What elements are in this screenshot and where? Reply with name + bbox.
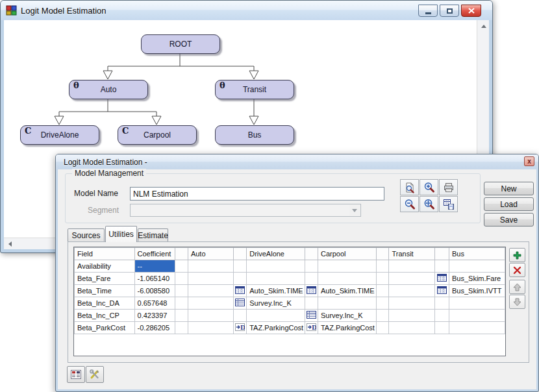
mode-value-cell[interactable] [318,297,376,310]
mode-value-cell[interactable] [247,273,305,285]
mode-value-cell[interactable]: TAZ.ParkingCost [247,322,305,334]
tab-estimate[interactable]: Estimate [138,228,168,242]
mode-value-cell[interactable] [389,285,435,297]
model-name-input[interactable] [130,187,384,201]
print-button[interactable] [439,179,458,195]
load-button[interactable]: Load [484,197,534,211]
icon-cell[interactable] [376,310,389,322]
icon-cell[interactable] [175,285,188,297]
mode-value-cell[interactable] [389,260,435,273]
mode-value-cell[interactable] [389,273,435,285]
move-up-button[interactable] [509,280,525,294]
tree-node-carpool[interactable]: C Carpool [118,125,197,145]
mode-value-cell[interactable] [188,297,233,310]
mode-value-cell[interactable] [188,273,233,285]
mode-value-cell[interactable] [318,273,376,285]
save-button[interactable]: Save [484,213,534,227]
mode-value-cell[interactable]: Auto_Skim.TIME [318,285,376,297]
icon-cell[interactable] [234,273,247,285]
field-cell[interactable]: Beta_Time [75,285,135,297]
dataview-icon[interactable]: D [305,322,318,334]
icon-cell[interactable] [376,322,389,334]
field-cell[interactable]: Beta_Fare [75,273,135,285]
mode-value-cell[interactable] [449,260,505,273]
mode-value-cell[interactable]: TAZ.ParkingCost [318,322,376,334]
field-cell[interactable]: Beta_Inc_CP [75,310,135,322]
icon-cell[interactable] [175,322,188,334]
tree-window-titlebar[interactable]: Logit Model Estimation [1,1,492,20]
mode-value-cell[interactable]: Survey.Inc_K [318,310,376,322]
tree-node-auto[interactable]: θ Auto [69,80,148,99]
icon-cell[interactable] [175,297,188,310]
dialog-close-button[interactable]: x [524,156,534,166]
zoom-extents-button[interactable] [420,196,438,212]
save-matrix-button[interactable] [439,196,458,212]
coefficient-cell[interactable]: -- [134,260,175,273]
mode-value-cell[interactable]: Bus_Skim.Fare [449,273,505,285]
coefficient-cell[interactable]: 0.423397 [134,310,175,322]
icon-cell[interactable] [175,273,188,285]
new-button[interactable]: New [484,182,534,195]
icon-cell[interactable] [435,297,449,310]
mode-value-cell[interactable] [449,322,505,334]
mode-value-cell[interactable] [188,322,233,334]
close-button[interactable] [461,5,481,17]
icon-cell[interactable] [376,260,389,273]
mode-value-cell[interactable] [389,322,435,334]
tab-utilities[interactable]: Utilities [105,226,137,242]
matrix-icon[interactable] [435,273,449,285]
tree-node-transit[interactable]: θ Transit [215,80,294,99]
scroll-up-button[interactable] [478,21,489,32]
icon-cell[interactable] [234,260,247,273]
add-row-button[interactable] [509,248,525,262]
table-icon[interactable] [234,297,247,310]
coefficient-cell[interactable]: -0.286205 [134,322,175,334]
dataview-icon[interactable]: D [234,322,247,334]
coefficient-cell[interactable]: -1.065140 [134,273,175,285]
field-cell[interactable]: Availability [75,260,135,273]
icon-cell[interactable] [376,297,389,310]
minimize-button[interactable] [418,5,438,17]
icon-cell[interactable] [175,310,188,322]
move-down-button[interactable] [509,295,525,309]
mode-value-cell[interactable] [247,260,305,273]
zoom-out-button[interactable] [400,196,419,212]
coefficient-cell[interactable]: -6.008580 [134,285,175,297]
icon-cell[interactable] [305,260,318,273]
zoom-in-button[interactable] [420,179,438,195]
delete-row-button[interactable] [509,263,525,277]
dropdown-arrow-button[interactable] [349,205,360,215]
mode-value-cell[interactable]: Bus_Skim.IVTT [449,285,505,297]
icon-cell[interactable] [175,260,188,273]
mode-value-cell[interactable] [318,260,376,273]
mode-value-cell[interactable] [188,260,233,273]
scroll-left-button[interactable] [5,239,16,249]
field-cell[interactable]: Beta_ParkCost [75,322,135,334]
icon-cell[interactable] [376,273,389,285]
dialog-titlebar[interactable]: Logit Model Estimation - x [56,154,538,169]
tree-node-root[interactable]: ROOT [141,34,220,54]
mode-value-cell[interactable] [188,285,233,297]
mode-value-cell[interactable]: Survey.Inc_K [247,297,305,310]
report-button[interactable] [67,366,85,383]
icon-cell[interactable] [305,297,318,310]
settings-button[interactable] [86,366,104,383]
icon-cell[interactable] [234,310,247,322]
icon-cell[interactable] [435,310,449,322]
icon-cell[interactable] [435,322,449,334]
mode-value-cell[interactable] [389,297,435,310]
matrix-icon[interactable] [305,285,318,297]
mode-value-cell[interactable] [449,297,505,310]
tab-sources[interactable]: Sources [68,228,105,242]
tree-node-bus[interactable]: Bus [215,125,294,145]
tree-node-drivealone[interactable]: C DriveAlone [20,125,99,145]
field-cell[interactable]: Beta_Inc_DA [75,297,135,310]
zoom-page-button[interactable] [400,179,419,195]
table-icon[interactable] [305,310,318,322]
mode-value-cell[interactable] [449,310,505,322]
mode-value-cell[interactable]: Auto_Skim.TIME [247,285,305,297]
coefficient-cell[interactable]: 0.657648 [134,297,175,310]
mode-value-cell[interactable] [247,310,305,322]
segment-dropdown[interactable] [130,204,361,217]
matrix-icon[interactable] [234,285,247,297]
